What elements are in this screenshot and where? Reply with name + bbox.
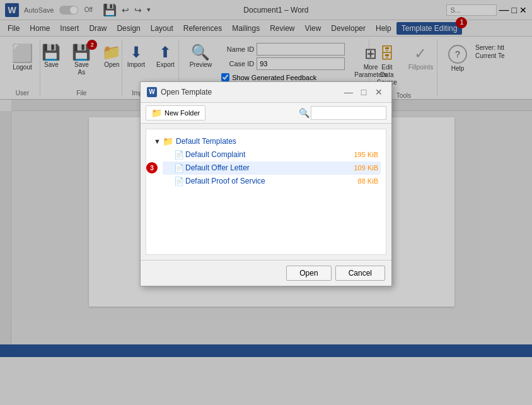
open-template-modal: W Open Template — □ ✕ 📁 New Folder 🔍 ▼ [140, 81, 392, 286]
file-size-proof: 88 KiB [358, 177, 378, 185]
file-item-offer-letter[interactable]: 3 📄 Default Offer Letter 109 KiB [163, 161, 381, 175]
new-folder-label: New Folder [165, 109, 200, 117]
modal-close-btn[interactable]: ✕ [373, 86, 385, 98]
folder-item-default-templates[interactable]: ▼ 📁 Default Templates [151, 134, 381, 148]
modal-maximize-btn[interactable]: □ [357, 86, 370, 98]
modal-open-btn[interactable]: Open [286, 266, 331, 281]
modal-footer: Open Cancel [141, 260, 391, 286]
modal-search-icon: 🔍 [299, 108, 309, 118]
tree-children: 📄 Default Complaint 195 KiB 3 📄 Default … [151, 148, 381, 188]
file-size-complaint: 195 KiB [354, 151, 378, 158]
file-item-complaint[interactable]: 📄 Default Complaint 195 KiB [163, 148, 381, 161]
folder-name-default-templates: Default Templates [176, 137, 378, 146]
file-item-proof[interactable]: 📄 Default Proof of Service 88 KiB [163, 175, 381, 188]
modal-search-area: 🔍 [299, 106, 386, 120]
modal-toolbar: 📁 New Folder 🔍 [141, 103, 391, 124]
modal-overlay: W Open Template — □ ✕ 📁 New Folder 🔍 ▼ [0, 0, 532, 357]
badge-3: 3 [146, 162, 158, 173]
modal-titlebar: W Open Template — □ ✕ [141, 82, 391, 103]
modal-word-icon: W [147, 87, 157, 97]
file-icon-complaint: 📄 [174, 150, 183, 160]
modal-cancel-btn[interactable]: Cancel [335, 266, 385, 281]
file-name-offer-letter: Default Offer Letter [185, 163, 354, 172]
new-folder-icon: 📁 [151, 108, 162, 118]
expand-icon: ▼ [154, 138, 163, 145]
file-icon-proof: 📄 [174, 177, 183, 186]
modal-body: ▼ 📁 Default Templates 📄 Default Complain… [146, 129, 386, 255]
new-folder-btn[interactable]: 📁 New Folder [146, 105, 205, 120]
file-size-offer-letter: 109 KiB [354, 164, 378, 172]
file-icon-offer-letter: 📄 [174, 163, 183, 173]
modal-minimize-btn[interactable]: — [342, 86, 355, 98]
file-name-complaint: Default Complaint [185, 150, 354, 159]
folder-icon-default-templates: 📁 [163, 136, 173, 146]
modal-controls: — □ ✕ [342, 86, 385, 98]
modal-title: Open Template [161, 88, 342, 97]
modal-search-input[interactable] [311, 106, 386, 120]
file-name-proof: Default Proof of Service [185, 177, 358, 185]
